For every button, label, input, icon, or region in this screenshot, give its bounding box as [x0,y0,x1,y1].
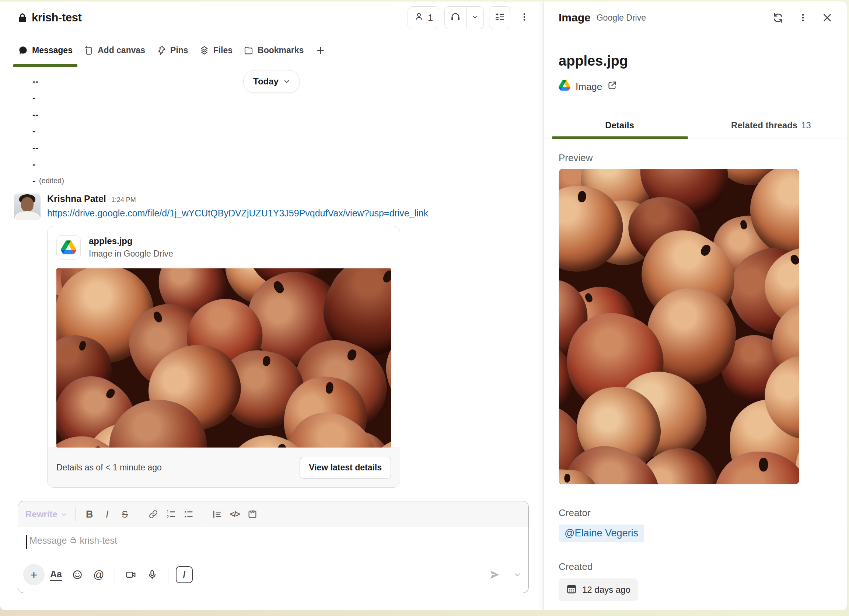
kebab-icon [798,12,808,23]
formatting-toggle-button[interactable]: Aa [46,565,66,585]
svg-text:2: 2 [167,515,169,519]
mention-button[interactable]: @ [89,565,109,585]
preview-label: Preview [559,152,832,164]
rewrite-button[interactable]: Rewrite [25,509,67,519]
code-button[interactable]: </> [226,506,244,523]
message-content: Krishna Patel 1:24 PM https://drive.goog… [47,194,428,488]
tab-messages[interactable]: Messages [12,34,78,67]
created-date-value: 12 days ago [582,585,630,595]
close-panel-button[interactable] [822,12,833,23]
attachment-image-preview[interactable] [57,268,391,447]
shortcuts-button[interactable]: / [174,565,194,585]
layers-icon [200,45,209,55]
strikethrough-button[interactable]: S [116,506,134,523]
view-latest-details-button[interactable]: View latest details [299,457,391,479]
link-button[interactable] [144,506,162,523]
message-row: - [0,123,544,139]
tab-label: Pins [170,45,188,55]
tab-details[interactable]: Details [544,112,696,139]
header-actions: 1 [408,6,533,29]
date-divider-pill[interactable]: Today [243,70,300,93]
tab-bookmarks[interactable]: Bookmarks [238,34,309,67]
calendar-icon [566,583,577,597]
tab-label: Files [213,45,232,55]
chevron-down-icon [472,13,478,22]
chevron-down-icon [61,511,67,518]
close-icon [822,12,833,23]
panel-details-content: Preview Creator @Elaine Vegeris Created … [544,139,847,610]
file-type-row[interactable]: Image [559,80,832,93]
add-tab-button[interactable]: + [309,34,332,67]
send-divider [509,567,509,582]
date-divider-label: Today [253,76,279,87]
panel-tab-bar: Details Related threads 13 [544,112,847,139]
tab-pins[interactable]: Pins [151,34,194,67]
rewrite-label: Rewrite [25,509,58,519]
channel-header: krish-test 1 [0,1,544,34]
blockquote-button[interactable] [208,506,226,523]
lock-icon [17,12,28,24]
toolbar-divider [203,507,203,521]
audio-clip-button[interactable] [142,565,162,585]
code-block-button[interactable] [244,506,261,523]
sparkle-list-icon [494,11,505,24]
tab-label: Bookmarks [258,45,304,55]
avatar[interactable] [14,194,40,220]
members-button[interactable]: 1 [408,6,439,29]
input-placeholder: Message krish-test [30,535,117,546]
panel-title: Image [559,12,591,24]
message-text: - [33,126,35,136]
toolbar-divider [139,507,139,521]
emoji-button[interactable] [67,565,87,585]
bullet-list-button[interactable] [180,506,198,523]
message-row: - [0,156,544,173]
canvas-button[interactable] [489,6,510,29]
chat-column: krish-test 1 [0,1,544,610]
attach-button[interactable]: + [23,564,45,585]
message-with-attachment: Krishna Patel 1:24 PM https://drive.goog… [0,189,544,488]
bold-button[interactable]: B [81,506,98,523]
huddle-button[interactable] [445,7,466,29]
message-text: -- [33,76,38,87]
video-clip-button[interactable] [121,565,141,585]
channel-more-actions-button[interactable] [515,6,533,29]
message-input[interactable]: Message krish-test [18,527,529,561]
message-row: -- [0,139,544,156]
composer-divider [168,567,168,582]
channel-title-text: krish-test [32,11,82,24]
tab-count: 13 [801,120,811,130]
drive-file-link[interactable]: https://drive.google.com/file/d/1j_wYCUt… [47,208,428,219]
message-bubble-icon [18,45,28,55]
tab-add-canvas[interactable]: Add canvas [78,34,151,67]
lock-icon [69,535,77,546]
send-button[interactable] [484,565,505,585]
attachment-title[interactable]: apples.jpg [89,236,173,246]
panel-subtitle: Google Drive [597,13,646,23]
message-author[interactable]: Krishna Patel [47,194,106,204]
message-text: - [33,176,35,186]
member-count: 1 [428,12,433,23]
message-row: - (edited) [0,173,544,189]
panel-header: Image Google Drive [544,1,847,34]
creator-mention[interactable]: @Elaine Vegeris [559,525,644,542]
tab-files[interactable]: Files [194,34,238,67]
external-link-icon [607,81,617,93]
send-options-button[interactable] [514,571,521,579]
tab-label: Details [605,120,634,130]
text-cursor [26,535,27,549]
message-timestamp[interactable]: 1:24 PM [111,196,136,204]
panel-more-button[interactable] [798,12,808,23]
italic-button[interactable]: I [98,506,116,523]
huddle-options-button[interactable] [466,7,484,29]
details-freshness-text: Details as of < 1 minute ago [57,462,162,473]
file-preview-image[interactable] [559,169,799,485]
ordered-list-button[interactable]: 12 [162,506,180,523]
channel-name-button[interactable]: krish-test [17,11,82,24]
file-title: apples.jpg [559,53,832,69]
chevron-down-icon [514,571,521,579]
tab-label: Add canvas [98,45,145,55]
tab-related-threads[interactable]: Related threads 13 [696,112,847,139]
refresh-button[interactable] [772,12,784,24]
chevron-down-icon [283,78,290,85]
kebab-icon [520,12,529,24]
